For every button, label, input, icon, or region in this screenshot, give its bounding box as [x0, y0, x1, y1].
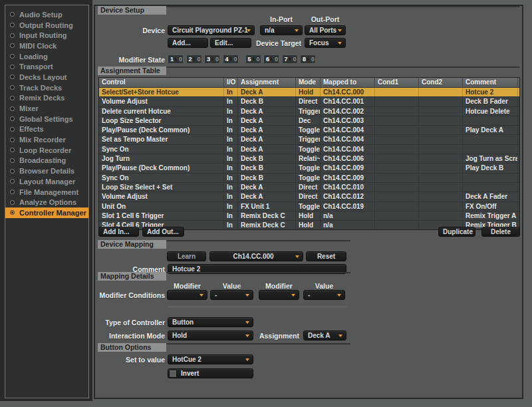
column-header-control[interactable]: Control [99, 78, 224, 87]
table-row[interactable]: Jog TurnInDeck BRelati~Ch14.CC.006Jog Tu… [99, 154, 519, 163]
modifier-state-4[interactable]: 40 [223, 55, 239, 64]
condition-1-value-dropdown[interactable]: - [210, 290, 253, 300]
sidebar-item-label: Track Decks [19, 84, 62, 92]
column-header-comment[interactable]: Comment [463, 78, 518, 87]
table-row[interactable]: Sync OnInDeck BToggleCh14.CC.009 [99, 173, 519, 182]
column-header-mapped-to[interactable]: Mapped to [321, 78, 375, 87]
sidebar-item-midi-clock[interactable]: MIDI Clock [5, 41, 88, 51]
sidebar-item-mixer[interactable]: Mixer [5, 103, 88, 114]
table-cell [419, 116, 463, 125]
table-cell: Ch14.CC.009 [321, 174, 375, 182]
sidebar-list: Audio SetupOutput RoutingInput RoutingMI… [5, 9, 88, 218]
modifier-state-8[interactable]: 80 [300, 55, 316, 64]
mapping-details-subdivider [168, 307, 346, 307]
duplicate-button[interactable]: Duplicate [438, 227, 475, 237]
table-cell [419, 145, 463, 154]
condition-2-modifier-dropdown[interactable] [259, 290, 299, 300]
sidebar-item-loop-recorder[interactable]: Loop Recorder [5, 145, 88, 156]
table-row[interactable]: Select/Set+Store HotcueInDeck AHoldCh14.… [99, 87, 519, 96]
sidebar-item-global-settings[interactable]: Global Settings [5, 114, 88, 124]
sidebar-item-controller-manager[interactable]: Controller Manager [5, 207, 88, 218]
modifier-state-6[interactable]: 60 [263, 55, 279, 64]
radio-bullet-icon [10, 158, 15, 163]
table-cell [463, 174, 518, 182]
table-row[interactable]: Unit OnInFX Unit 1ToggleCh14.CC.019FX On… [99, 202, 519, 211]
sidebar-item-mix-recorder[interactable]: Mix Recorder [5, 134, 88, 145]
modifier-state-5[interactable]: 50 [245, 55, 261, 64]
sidebar-item-audio-setup[interactable]: Audio Setup [5, 9, 88, 20]
modifier-state-2[interactable]: 20 [186, 55, 202, 64]
table-cell: Deck A [238, 107, 296, 116]
modifier-state-3[interactable]: 30 [204, 55, 220, 64]
table-cell: Deck B [238, 154, 296, 163]
invert-checkbox[interactable] [169, 370, 177, 378]
in-port-dropdown[interactable]: n/a [260, 25, 303, 35]
add-in-button[interactable]: Add In... [98, 227, 139, 237]
device-dropdown[interactable]: Circuit Playground PZ-1 [168, 25, 255, 35]
column-header-mode[interactable]: Mode [296, 78, 321, 87]
sidebar-item-analyze-options[interactable]: Analyze Options [5, 197, 88, 207]
sidebar-item-label: Broadcasting [19, 156, 66, 164]
type-of-controller-dropdown[interactable]: Button [168, 317, 253, 327]
sidebar-item-remix-decks[interactable]: Remix Decks [5, 93, 88, 104]
table-row[interactable]: Volume AdjustInDeck ADirectCh14.CC.012De… [99, 192, 519, 201]
radio-bullet-icon [10, 12, 15, 17]
sidebar-item-file-management[interactable]: File Management [5, 187, 88, 198]
assignment-dropdown[interactable]: Deck A [303, 331, 346, 340]
condition-1-modifier-dropdown[interactable] [167, 290, 207, 300]
modifier-state-1[interactable]: 10 [168, 55, 184, 64]
set-to-value-dropdown[interactable]: HotCue 2 [168, 354, 253, 364]
sidebar-item-input-routing[interactable]: Input Routing [5, 30, 88, 41]
radio-bullet-icon [10, 210, 15, 215]
interaction-mode-dropdown[interactable]: Hold [168, 331, 253, 340]
mapped-event-dropdown[interactable]: Ch14.CC.000 [209, 251, 303, 261]
table-row[interactable]: Loop Size SelectorInDeck ADecCh14.CC.003 [99, 116, 519, 125]
edit-device-button[interactable]: Edit... [210, 38, 251, 48]
table-cell: Direct [296, 192, 321, 201]
table-cell [375, 97, 419, 106]
chevron-down-icon [337, 294, 341, 297]
modifier-value: 0 [293, 56, 297, 63]
modifier-state-7[interactable]: 70 [282, 55, 298, 64]
table-row[interactable]: Slot 1 Cell 6 TriggerInRemix Deck CHoldn… [99, 211, 519, 220]
sidebar-item-output-routing[interactable]: Output Routing [5, 20, 88, 31]
table-row[interactable]: Play/Pause (Deck Common)InDeck BToggleCh… [99, 163, 519, 172]
table-cell: Unit On [99, 202, 224, 211]
out-port-dropdown[interactable]: All Ports [305, 25, 346, 35]
add-out-button[interactable]: Add Out... [142, 227, 184, 237]
table-cell [419, 154, 463, 163]
condition-2-value-dropdown[interactable]: - [303, 290, 345, 300]
sidebar-item-browser-details[interactable]: Browser Details [5, 166, 88, 176]
delete-button[interactable]: Delete [481, 227, 520, 237]
table-cell: Toggle [296, 126, 321, 134]
learn-button[interactable]: Learn [167, 251, 206, 261]
reset-button[interactable]: Reset [306, 251, 346, 261]
table-row[interactable]: Delete current HotcueInDeck ATriggerCh14… [99, 106, 519, 116]
column-header-cond2[interactable]: Cond2 [419, 78, 463, 87]
sidebar-item-track-decks[interactable]: Track Decks [5, 82, 88, 93]
table-cell [419, 126, 463, 134]
add-device-button[interactable]: Add... [168, 38, 208, 48]
sidebar-item-loading[interactable]: Loading [5, 51, 88, 62]
sidebar-item-transport[interactable]: Transport [5, 61, 88, 72]
sidebar-item-label: Mix Recorder [19, 136, 66, 144]
column-header-assignment[interactable]: Assignment [238, 78, 296, 87]
sidebar-item-decks-layout[interactable]: Decks Layout [5, 72, 88, 82]
chevron-right-icon [175, 57, 177, 61]
table-cell [463, 145, 518, 154]
column-header-i-o[interactable]: I/O [224, 78, 238, 87]
table-row[interactable]: Sync OnInDeck AToggleCh14.CC.004 [99, 144, 519, 154]
sidebar-item-effects[interactable]: Effects [5, 124, 88, 135]
chevron-down-icon [245, 358, 249, 361]
sidebar-item-broadcasting[interactable]: Broadcasting [5, 156, 88, 166]
table-row[interactable]: Loop Size Select + SetInDeck ADirectCh14… [99, 182, 519, 192]
sidebar-item-layout-manager[interactable]: Layout Manager [5, 176, 88, 187]
modifier-value: 0 [215, 56, 219, 63]
table-row[interactable]: Volume AdjustInDeck BDirectCh14.CC.001De… [99, 96, 519, 106]
table-cell: Sync On [99, 145, 224, 154]
column-header-cond1[interactable]: Cond1 [375, 78, 419, 87]
table-row[interactable]: Set as Tempo MasterInDeck ATriggerCh14.C… [99, 134, 519, 144]
table-row[interactable]: Play/Pause (Deck Common)InDeck AToggleCh… [99, 125, 519, 134]
device-target-dropdown[interactable]: Focus [305, 38, 346, 48]
table-cell: n/a [321, 221, 375, 229]
